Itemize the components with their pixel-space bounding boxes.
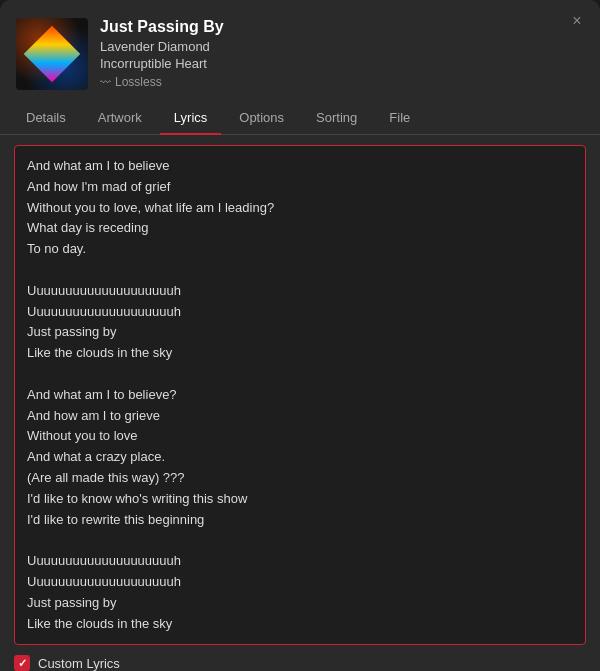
track-info: Just Passing By Lavender Diamond Incorru… <box>100 18 224 89</box>
tab-details[interactable]: Details <box>12 102 80 135</box>
close-button[interactable]: × <box>568 12 586 30</box>
tab-lyrics[interactable]: Lyrics <box>160 102 221 135</box>
track-artist: Lavender Diamond <box>100 39 224 54</box>
lyrics-text: And what am I to believe And how I'm mad… <box>27 156 573 634</box>
tab-bar: Details Artwork Lyrics Options Sorting F… <box>0 102 600 135</box>
lyrics-editor[interactable]: And what am I to believe And how I'm mad… <box>14 145 586 645</box>
artwork-thumbnail <box>16 18 88 90</box>
arrow-indicator <box>24 667 84 671</box>
title-bar: × Just Passing By Lavender Diamond Incor… <box>0 0 600 102</box>
content-area: And what am I to believe And how I'm mad… <box>0 135 600 671</box>
custom-lyrics-row: ✓ Custom Lyrics <box>14 645 586 671</box>
track-album: Incorruptible Heart <box>100 56 224 71</box>
dialog: × Just Passing By Lavender Diamond Incor… <box>0 0 600 671</box>
track-title: Just Passing By <box>100 18 224 36</box>
track-quality: 〰 Lossless <box>100 75 224 89</box>
tab-artwork[interactable]: Artwork <box>84 102 156 135</box>
lossless-icon: 〰 <box>100 76 111 88</box>
tab-options[interactable]: Options <box>225 102 298 135</box>
tab-sorting[interactable]: Sorting <box>302 102 371 135</box>
tab-file[interactable]: File <box>375 102 424 135</box>
